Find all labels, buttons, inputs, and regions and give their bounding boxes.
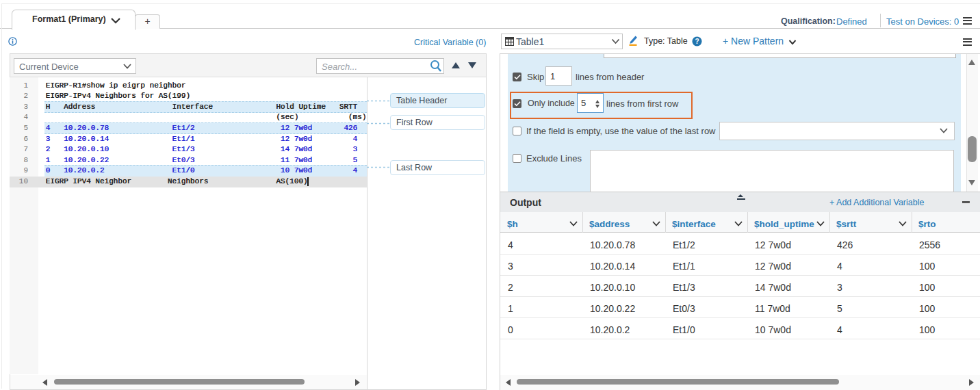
svg-text:?: ?: [695, 38, 699, 45]
